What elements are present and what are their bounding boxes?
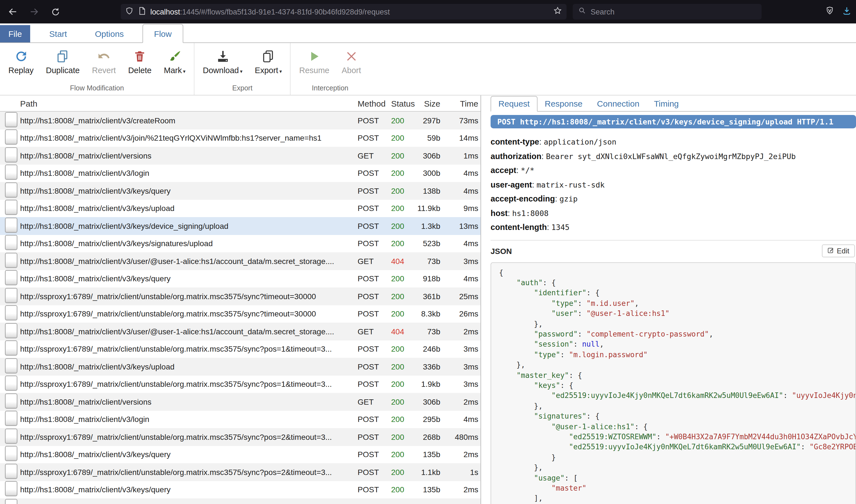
abort-button[interactable]: Abort [336,48,367,76]
toolbar-button-label: Replay [8,66,34,75]
download-icon [216,49,230,64]
delete-button[interactable]: Delete [122,48,158,76]
column-header-size[interactable]: Size [412,98,440,108]
shield-icon[interactable] [125,6,134,17]
bookmark-star-icon[interactable] [553,6,562,17]
mark-icon [167,49,182,64]
duplicate-icon [56,49,70,64]
flow-row[interactable]: http://ssproxy1:6789/_matrix/client/unst… [0,305,480,323]
request-header-line[interactable]: content-type: application/json [491,134,856,149]
detail-tabs: Request Response Connection Timing [491,95,856,112]
flow-row[interactable]: http://ssproxy1:6789/_matrix/client/unst… [0,463,480,481]
flow-row[interactable]: http://ssproxy1:6789/_matrix/client/unst… [0,428,480,446]
extension-shield-icon[interactable] [825,6,834,17]
column-header-status[interactable]: Status [391,98,412,108]
menu-options-button[interactable]: Options [86,25,133,42]
mark-button[interactable]: Mark▾ [157,48,192,76]
flow-size: 295b [412,415,440,424]
document-icon [5,429,17,444]
toolbar-group-caption: Flow Modification [2,82,192,95]
tab-timing[interactable]: Timing [647,96,686,111]
flow-row[interactable]: http://hs1:8008/_matrix/client/v3/keys/q… [0,270,480,287]
header-value: matrix-rust-sdk [536,180,604,189]
url-bar[interactable]: localhost:1445/#/flows/fba5f13d-91e1-437… [121,4,567,20]
flow-method: POST [358,433,391,442]
flow-row[interactable]: http://ssproxy1:6789/_matrix/client/unst… [0,287,480,305]
flow-list-header[interactable]: Path Method Status Size Time [0,95,480,112]
column-header-method[interactable]: Method [358,98,391,108]
revert-button[interactable]: Revert [86,48,122,76]
flow-time: 4ms [440,415,480,424]
flow-row[interactable]: http://hs1:8008/_matrix/client/versionsG… [0,393,480,411]
flow-status: 404 [391,257,412,266]
resume-button[interactable]: Resume [293,48,336,76]
flow-size: 523b [412,239,440,248]
tab-request[interactable]: Request [491,96,537,112]
flow-time: 2ms [440,485,480,494]
divider [491,240,856,240]
flow-row[interactable]: http://hs1:8008/_matrix/client/v3/join/%… [0,129,480,147]
flow-status: 200 [391,221,412,231]
flow-path: http://hs1:8008/_matrix/client/v3/keys/u… [20,362,358,371]
tab-response[interactable]: Response [537,96,590,111]
request-header-line[interactable]: accept-encoding: gzip [491,192,856,206]
header-name: host [491,209,508,217]
flow-row[interactable]: http://ssproxy1:6789/_matrix/client/unst… [0,340,480,358]
page-icon [139,6,146,17]
flow-row[interactable]: http://hs1:8008/_matrix/client/v3/keys/u… [0,200,480,217]
flow-status: 200 [391,468,412,476]
browser-search-bar[interactable]: Search [573,4,761,20]
flow-row[interactable]: http://ssproxy1:6789/_matrix/client/unst… [0,375,480,393]
flow-row[interactable]: http://hs1:8008/_matrix/client/v3/keys/q… [0,446,480,463]
flow-row[interactable]: http://hs1:8008/_matrix/client/v3/loginP… [0,411,480,428]
flow-row[interactable]: http://hs1:8008/_matrix/client/v3/user/@… [0,252,480,270]
flow-path: http://hs1:8008/_matrix/client/v3/keys/q… [20,274,358,283]
request-header-line[interactable]: content-length: 1345 [491,220,856,234]
request-header-line[interactable]: accept: */* [491,163,856,177]
flow-row[interactable]: http://hs1:8008/_matrix/client/v3/create… [0,112,480,129]
document-icon [5,218,17,233]
flow-size: 138b [412,186,440,195]
request-header-line[interactable]: authorization: Bearer syt_dXNlci0xLWFsaW… [491,149,856,163]
edit-button[interactable]: Edit [822,245,855,257]
back-icon[interactable] [4,3,21,20]
request-line[interactable]: POST http://hs1:8008/_matrix/client/v3/k… [491,115,856,128]
flow-row[interactable]: http://hs1:8008/_matrix/client/v3/keys/d… [0,217,480,235]
request-header-line[interactable]: user-agent: matrix-rust-sdk [491,177,856,192]
flow-size: 1.1kb [412,468,440,476]
downloads-icon[interactable] [842,6,852,18]
toolbar-button-label: Revert [92,66,116,75]
json-body[interactable]: { "auth": { "identifier": { "type": "m.i… [491,262,856,504]
download-button[interactable]: Download▾ [197,48,249,76]
abort-icon [345,49,358,64]
replay-button[interactable]: Replay [2,48,40,76]
export-icon [261,49,276,64]
flow-size: 268b [412,433,440,442]
reload-icon[interactable] [47,3,64,20]
column-header-path[interactable]: Path [20,98,358,108]
flow-path: http://ssproxy1:6789/_matrix/client/unst… [20,309,358,319]
menu-file-button[interactable]: File [0,25,30,42]
flow-row[interactable]: http://hs1:8008/_matrix/client/v3/keys/u… [0,358,480,375]
flow-method: POST [358,415,391,424]
flow-row[interactable]: http://hs1:8008/_matrix/client/v3/keys/q… [0,481,480,499]
flow-method: POST [358,134,391,143]
flow-detail-panel: Request Response Connection Timing POST … [487,95,856,504]
duplicate-button[interactable]: Duplicate [40,48,86,76]
flow-time: 26ms [440,309,480,319]
request-header-line[interactable]: host: hs1:8008 [491,206,856,220]
document-icon [5,288,17,303]
flow-row[interactable] [0,499,480,504]
flow-row[interactable]: http://hs1:8008/_matrix/client/v3/loginP… [0,164,480,182]
tab-connection[interactable]: Connection [590,96,647,111]
export-button[interactable]: Export▾ [249,48,288,76]
flow-row[interactable]: http://hs1:8008/_matrix/client/v3/keys/s… [0,235,480,252]
flow-row[interactable]: http://hs1:8008/_matrix/client/v3/keys/q… [0,182,480,200]
forward-icon[interactable] [26,3,42,20]
flow-row[interactable]: http://hs1:8008/_matrix/client/v3/user/@… [0,323,480,340]
column-header-time[interactable]: Time [440,98,480,108]
flow-row[interactable]: http://hs1:8008/_matrix/client/versionsG… [0,147,480,164]
flow-method: GET [358,327,391,336]
tab-flow[interactable]: Flow [142,24,183,43]
menu-start-button[interactable]: Start [40,25,76,42]
